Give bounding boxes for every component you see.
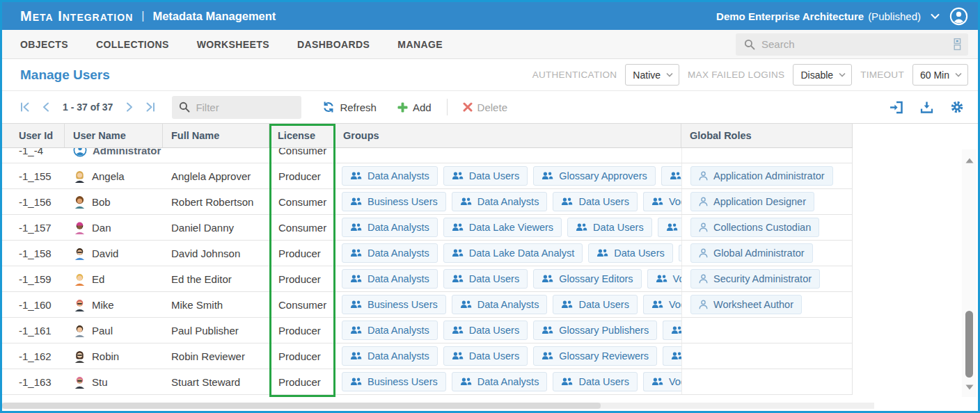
global-role-chip[interactable]: Worksheet Author <box>690 295 802 314</box>
column-header-groups[interactable]: Groups <box>335 124 681 147</box>
group-chip[interactable]: Business Users <box>342 295 446 314</box>
cell-user-id: -1_-4 <box>2 148 65 163</box>
group-chip[interactable]: Vocab <box>647 269 681 289</box>
group-chip[interactable]: Data Analysts <box>342 243 438 263</box>
group-chip[interactable]: Vo <box>663 346 681 366</box>
refresh-button[interactable]: Refresh <box>318 98 381 116</box>
last-page-button[interactable] <box>143 101 158 113</box>
global-search-input[interactable] <box>761 38 952 50</box>
chip-label: Data Users <box>578 299 629 310</box>
max-failed-logins-select[interactable]: Disable <box>793 64 852 86</box>
group-chip[interactable]: Data Analysts <box>342 269 438 289</box>
group-chip[interactable]: Glossary Publishers <box>533 321 657 340</box>
group-chip[interactable]: Data Users <box>588 243 673 263</box>
group-chip[interactable]: Data Users <box>443 269 528 289</box>
group-chip[interactable]: Glossary Approvers <box>533 166 656 186</box>
group-chip[interactable]: Data Analysts <box>452 192 548 211</box>
workspace-chevron-down-icon[interactable] <box>929 12 941 21</box>
delete-button[interactable]: Delete <box>459 99 512 116</box>
group-chip[interactable]: Data Users <box>443 346 528 366</box>
nav-item-manage[interactable]: MANAGE <box>397 39 443 50</box>
group-chip[interactable]: Glossary Editors <box>533 269 641 289</box>
nav-item-dashboards[interactable]: DASHBOARDS <box>297 39 370 50</box>
cell-global-roles: Collections Custodian <box>681 215 853 240</box>
user-name-text: Paul <box>92 325 113 337</box>
filter-box[interactable] <box>172 96 301 119</box>
chip-label: Data Lake Viewers <box>469 222 553 233</box>
group-chip[interactable]: Data Analysts <box>342 346 438 366</box>
workspace-name: Demo Enterprise Architecture <box>716 10 864 22</box>
scroll-down-arrow[interactable] <box>965 376 974 397</box>
table-row[interactable]: -1_162RobinRobin ReviewerProducerData An… <box>2 343 853 369</box>
authentication-select[interactable]: Native <box>625 64 679 86</box>
add-button[interactable]: Add <box>393 99 436 116</box>
user-name-text: Stu <box>92 376 108 388</box>
group-chip[interactable]: Data Users <box>553 192 638 211</box>
group-chip[interactable]: Voc <box>658 218 681 237</box>
group-chip[interactable]: Data Users <box>553 295 638 314</box>
group-chip[interactable]: Data Analysts <box>452 372 548 391</box>
settings-gear-icon[interactable] <box>950 100 964 114</box>
horizontal-scrollbar[interactable] <box>2 403 874 409</box>
nav-item-collections[interactable]: COLLECTIONS <box>96 39 169 50</box>
cell-user-id: -1_158 <box>2 241 65 266</box>
column-header-global-roles[interactable]: Global Roles <box>681 124 853 147</box>
group-chip[interactable]: Data Analysts <box>342 321 438 340</box>
group-chip[interactable]: Vo <box>663 321 681 340</box>
first-page-button[interactable] <box>17 101 33 113</box>
table-row[interactable]: -1_155AngelaAnglela ApproverProducerData… <box>2 163 853 189</box>
import-icon[interactable] <box>889 101 903 114</box>
table-row[interactable]: -1_-4AdministratorConsumer <box>2 148 853 163</box>
group-chip[interactable]: Vocabu <box>643 295 681 314</box>
global-role-chip[interactable]: Application Administrator <box>690 166 833 186</box>
column-header-user-name[interactable]: User Name <box>65 124 163 147</box>
group-chip[interactable]: Business Users <box>342 192 446 211</box>
group-chip[interactable]: Data Users <box>567 218 652 237</box>
nav-item-objects[interactable]: OBJECTS <box>20 39 68 50</box>
vertical-scroll-thumb[interactable] <box>965 311 973 378</box>
table-row[interactable]: -1_157DanDaniel DannyConsumerData Analys… <box>2 215 853 241</box>
scroll-up-arrow[interactable] <box>965 149 974 170</box>
global-role-chip[interactable]: Application Designer <box>690 192 814 211</box>
group-chip[interactable]: Data Analysts <box>452 295 548 314</box>
chip-label: Glossary Publishers <box>559 325 649 336</box>
cell-license: Producer <box>269 266 335 291</box>
timeout-select[interactable]: 60 Min <box>912 64 968 86</box>
prev-page-button[interactable] <box>40 101 52 113</box>
group-chip[interactable]: Business Users <box>342 372 446 391</box>
group-chip[interactable]: Vocabu <box>643 192 681 211</box>
export-download-icon[interactable] <box>920 101 933 114</box>
vertical-scrollbar[interactable] <box>962 149 977 397</box>
filter-input[interactable] <box>196 102 294 113</box>
column-header-license[interactable]: License <box>269 124 335 147</box>
table-row[interactable]: -1_160MikeMike SmithConsumerBusiness Use… <box>2 292 853 318</box>
group-chip[interactable]: Data Users <box>553 372 638 391</box>
user-account-icon[interactable] <box>949 7 968 26</box>
table-row[interactable]: -1_159EdEd the EditorProducerData Analys… <box>2 266 853 292</box>
column-header-full-name[interactable]: Full Name <box>163 124 269 147</box>
global-search-box[interactable] <box>736 33 968 56</box>
table-row[interactable]: -1_161PaulPaul PublisherProducerData Ana… <box>2 318 853 343</box>
column-header-user-id[interactable]: User Id <box>2 124 65 147</box>
group-chip[interactable]: Data Analysts <box>342 218 438 237</box>
table-row[interactable]: -1_158DavidDavid JohnsonProducerData Ana… <box>2 241 853 266</box>
nav-item-worksheets[interactable]: WORKSHEETS <box>197 39 269 50</box>
group-chip[interactable]: Data Users <box>443 166 528 186</box>
advanced-search-icon[interactable] <box>952 38 963 51</box>
workspace-selector[interactable]: Demo Enterprise Architecture (Published) <box>716 10 921 22</box>
group-chip[interactable]: Data Lake Viewers <box>443 218 562 237</box>
table-row[interactable]: -1_156BobRobert RobertsonConsumerBusines… <box>2 189 853 215</box>
global-role-chip[interactable]: Security Administrator <box>690 269 820 289</box>
group-chip[interactable]: Data Users <box>443 321 528 340</box>
group-chip[interactable]: Data Analysts <box>342 166 438 186</box>
group-chip[interactable]: Glossary Reviewers <box>533 346 657 366</box>
group-people-icon <box>542 352 553 360</box>
horizontal-scroll-thumb[interactable] <box>2 403 601 409</box>
global-role-chip[interactable]: Collections Custodian <box>690 218 819 237</box>
group-chip[interactable]: Vocabu <box>643 372 681 391</box>
group-chip[interactable]: Data Lake Data Analyst <box>443 243 583 263</box>
global-role-chip[interactable]: Global Administrator <box>690 243 813 263</box>
table-row[interactable]: -1_163StuStuart StewardProducerBusiness … <box>2 369 853 395</box>
next-page-button[interactable] <box>124 101 136 113</box>
group-chip[interactable]: Vo <box>661 166 681 186</box>
